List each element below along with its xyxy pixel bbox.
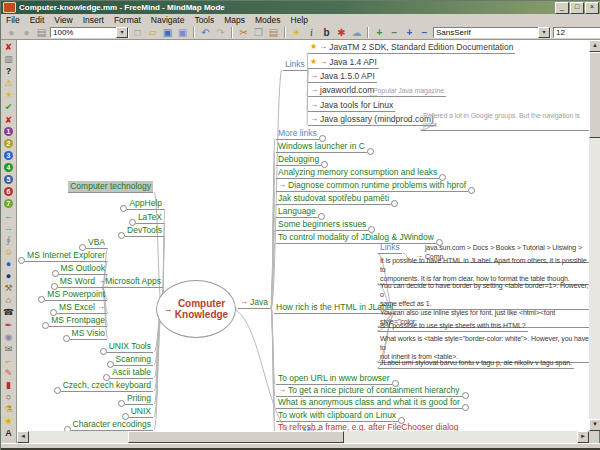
number-6-icon[interactable]: 6 — [4, 187, 13, 196]
back-arrow-icon[interactable]: ← — [3, 210, 15, 222]
bomb-icon[interactable]: ● — [3, 270, 15, 282]
node-debugging[interactable]: Debugging — [276, 154, 321, 166]
pencil-icon[interactable]: ✎ — [3, 367, 15, 379]
increase-font-icon[interactable]: + — [373, 27, 386, 39]
pen-icon[interactable]: ✒ — [3, 319, 15, 331]
font-a-icon[interactable]: A — [3, 427, 15, 439]
zoom-combo[interactable]: 100%▾ — [50, 27, 129, 38]
node-open-url[interactable]: To open URL in www browser — [276, 373, 392, 385]
fold-indicator[interactable] — [107, 361, 114, 368]
fold-indicator[interactable] — [462, 392, 469, 399]
number-3-icon[interactable]: 3 — [4, 151, 13, 160]
fold-indicator[interactable] — [392, 380, 399, 387]
forward-arrow-icon[interactable]: → — [3, 222, 15, 234]
node-diagnose-hprof[interactable]: →Diagnose common runtime problems with h… — [276, 180, 468, 192]
node-ms-powerpoint[interactable]: MS Powerpoint — [45, 289, 107, 301]
number-4-icon[interactable]: 4 — [4, 163, 13, 172]
node-language[interactable]: Language — [276, 206, 318, 218]
node-computer-technology[interactable]: Computer technology — [68, 181, 153, 193]
menu-navigate[interactable]: Navigate — [146, 15, 190, 25]
node-java-glossary[interactable]: →Java glossary (mindprod.com) — [308, 114, 436, 126]
size-combo[interactable]: 12▾ — [553, 27, 600, 38]
node-czech-keyboard[interactable]: Czech, czech keyboard — [61, 380, 153, 392]
fold-indicator[interactable] — [367, 148, 374, 155]
fold-indicator[interactable] — [120, 205, 127, 212]
node-apphelp[interactable]: AppHelp — [127, 198, 164, 210]
disc-icon[interactable]: ◉ — [3, 331, 15, 343]
fold-indicator[interactable] — [129, 219, 136, 226]
help-icon[interactable]: ? — [3, 65, 15, 77]
wrench-icon[interactable]: ⚒ — [3, 282, 15, 294]
fold-indicator[interactable] — [38, 296, 45, 303]
attach-paperclip-icon[interactable]: ∮ — [3, 234, 15, 246]
node-jdialog-modality[interactable]: To control modality of JDialog & JWindow — [276, 232, 436, 244]
trash-icon[interactable]: ▥ — [3, 53, 15, 65]
node-beginners-issues[interactable]: Some beginners issues — [276, 219, 368, 231]
zoom-combo-dropdown-icon[interactable]: ▾ — [116, 27, 128, 38]
forward-icon[interactable]: ● — [20, 27, 33, 39]
fold-indicator[interactable] — [468, 187, 475, 194]
node-containment[interactable]: →To get a nice picture of containment hi… — [276, 385, 462, 397]
number-1-icon[interactable]: 1 — [4, 127, 13, 136]
cut-icon[interactable]: ✂ — [237, 27, 250, 39]
node-devtools[interactable]: DevTools — [125, 225, 164, 237]
node-scanning[interactable]: Scanning — [114, 354, 153, 366]
undo-icon[interactable]: ↶ — [199, 27, 212, 39]
italic-icon[interactable]: i — [305, 27, 318, 39]
copy-icon[interactable]: ❐ — [252, 27, 265, 39]
node-priting[interactable]: Priting — [125, 393, 153, 405]
fold-indicator[interactable] — [52, 270, 59, 277]
node-ms-word[interactable]: MS Word→ — [58, 276, 107, 288]
cloud-color-icon[interactable]: ✱ — [335, 27, 348, 39]
menu-tools[interactable]: Tools — [189, 15, 219, 25]
font-combo-dropdown-icon[interactable]: ▾ — [538, 27, 550, 38]
decrease-branch-font-icon[interactable]: − — [418, 27, 431, 39]
fold-indicator[interactable] — [318, 213, 325, 220]
node-ms-internet-explorer[interactable]: MS Internet Explorer — [25, 250, 107, 262]
menu-edit[interactable]: Edit — [25, 15, 50, 25]
smiley-icon[interactable]: ☺ — [3, 246, 15, 258]
fold-indicator[interactable] — [63, 335, 70, 342]
node-para4[interactable]: Is it possible to use style sheets with … — [378, 321, 528, 332]
node-clipboard-linux[interactable]: To work with clipboard on Linux — [276, 410, 398, 422]
increase-branch-font-icon[interactable]: + — [403, 27, 416, 39]
home-icon[interactable]: ⌂ — [3, 294, 15, 306]
bold-icon[interactable]: b — [320, 27, 333, 39]
new-map-icon[interactable]: □ — [131, 27, 144, 39]
menu-file[interactable]: File — [1, 15, 25, 25]
telephone-icon[interactable]: ☎ — [3, 306, 15, 318]
scroll-right-button[interactable]: ► — [577, 431, 589, 443]
save-as-icon[interactable]: ▣ — [176, 27, 189, 39]
node-unix-tools[interactable]: UNIX Tools — [107, 341, 153, 353]
fold-indicator[interactable] — [118, 232, 125, 239]
scroll-left-button[interactable]: ◄ — [17, 431, 29, 443]
node-microsoft-apps[interactable]: Microsoft Apps — [103, 276, 163, 288]
menu-view[interactable]: View — [49, 15, 77, 25]
vertical-scrollbar[interactable]: ▲ ▼ — [589, 40, 600, 431]
fold-indicator[interactable] — [462, 404, 469, 411]
node-ms-visio[interactable]: MS Visio — [70, 328, 107, 340]
node-para2[interactable]: You can decide to have border by setting… — [378, 281, 589, 310]
node-ms-frontpage[interactable]: MS Frontpage — [49, 315, 107, 327]
fold-indicator[interactable] — [439, 174, 446, 181]
fold-indicator[interactable] — [391, 200, 398, 207]
save-icon[interactable]: ▣ — [161, 27, 174, 39]
menu-maps[interactable]: Maps — [219, 15, 250, 25]
minimize-button-icon[interactable]: _ — [555, 2, 569, 14]
node-java-tools-linux[interactable]: →Java tools for Linux — [308, 100, 395, 112]
node-analyzing-memory[interactable]: Analyzing memory consumption and leaks — [276, 167, 439, 179]
node-windows-launcher[interactable]: Windows launcher in C — [276, 141, 367, 153]
magnifier-icon[interactable]: ○ — [3, 391, 15, 403]
fold-indicator[interactable] — [122, 413, 129, 420]
open-map-icon[interactable]: ▱ — [146, 27, 159, 39]
warning-icon[interactable]: ⚠ — [3, 77, 15, 89]
number-7-icon[interactable]: 7 — [4, 199, 13, 208]
mindmap-canvas[interactable]: → ComputerKnowledge Computer technologyA… — [17, 40, 589, 431]
not-ok-icon[interactable]: ✘ — [3, 114, 15, 126]
font-combo[interactable]: SansSerif▾ — [433, 27, 551, 38]
maximize-button-icon[interactable]: □ — [570, 2, 584, 14]
fold-indicator[interactable] — [79, 244, 86, 251]
scroll-up-button[interactable]: ▲ — [589, 40, 600, 52]
menu-modes[interactable]: Modes — [250, 15, 286, 25]
fold-indicator[interactable] — [321, 161, 328, 168]
